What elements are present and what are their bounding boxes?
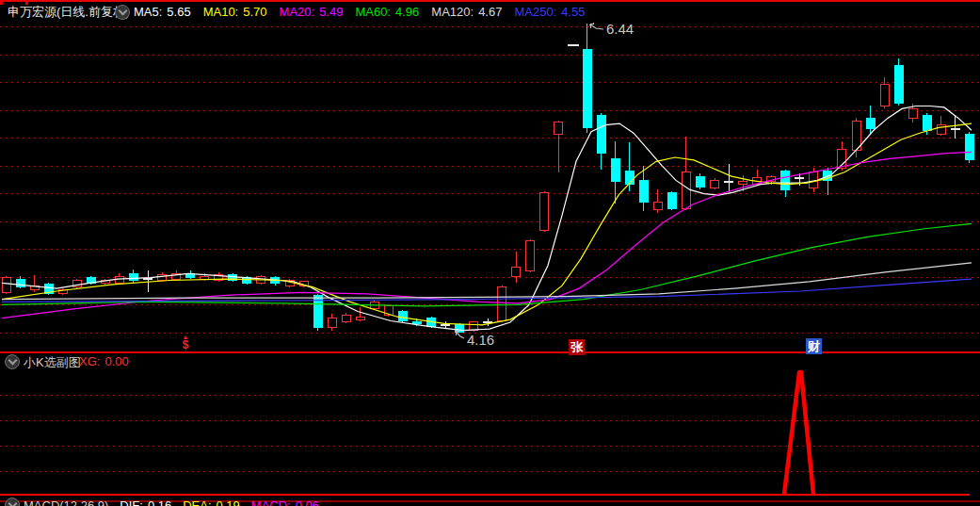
bear-candle-body <box>129 273 137 280</box>
dollar-icon: $ <box>183 340 189 351</box>
dif-readout: DIF:0.16 <box>120 498 171 506</box>
bull-candle-body <box>342 316 350 322</box>
ma250-legend: MA250:4.55 <box>514 5 585 19</box>
macd-value-readout: MACD:0.06 <box>251 498 319 506</box>
bull-candle-body <box>2 278 10 293</box>
price-pointer-line <box>590 24 603 29</box>
ma-legend: MA5:5.65 MA10:5.70 MA20:5.49 MA60:4.96 M… <box>134 5 586 19</box>
sub-indicator-title: 小K选副图 <box>24 354 81 371</box>
ma-line-ma60 <box>2 223 972 305</box>
macd-readout: MACD(12,26,9) DIF:0.16 DEA:0.19 MACD:0.0… <box>24 498 319 506</box>
low-price-label: 4.16 <box>467 332 494 348</box>
bull-candle-body <box>512 267 521 276</box>
buy-signal-marker: ▲ $ <box>179 335 192 351</box>
collapse-chevron-icon[interactable] <box>115 5 130 20</box>
stock-title: 申万宏源(日线.前复权) <box>8 4 129 21</box>
ma-line-ma10 <box>2 123 972 325</box>
bull-candle-body <box>908 108 917 118</box>
bear-candle-body <box>597 116 605 154</box>
xg-signal-spike <box>784 372 813 495</box>
bear-candle-body <box>412 322 421 323</box>
bull-candle-body <box>356 317 364 319</box>
cai-seal-marker: 财 <box>806 338 822 354</box>
window-top-border <box>0 0 980 2</box>
bull-candle-body <box>328 318 336 328</box>
bear-candle-body <box>781 171 790 189</box>
collapse-chevron-icon[interactable] <box>5 498 20 506</box>
xg-indicator-readout: XG:0.00 <box>79 354 129 368</box>
ma10-legend: MA10:5.70 <box>203 5 267 19</box>
sub-indicator-header: 小K选副图 XG:0.00 <box>0 354 980 369</box>
collapse-chevron-icon[interactable] <box>5 354 20 369</box>
bear-candle-body <box>583 49 591 127</box>
macd-indicator-header: MACD(12,26,9) DIF:0.16 DEA:0.19 MACD:0.0… <box>0 497 980 506</box>
bull-candle-body <box>526 241 535 271</box>
bear-candle-body <box>398 311 407 320</box>
bear-candle-body <box>625 171 634 184</box>
chevron-down-icon <box>8 356 17 366</box>
bull-candle-body <box>201 276 209 279</box>
dea-readout: DEA:0.19 <box>183 498 240 506</box>
bear-candle-body <box>923 116 931 131</box>
zhang-seal-marker: 张 <box>569 339 585 355</box>
ma5-legend: MA5:5.65 <box>134 5 191 19</box>
bear-candle-body <box>639 180 648 202</box>
price-pointer-arrowhead <box>590 24 594 24</box>
ma20-legend: MA20:5.49 <box>280 5 344 19</box>
bull-candle-body <box>498 287 506 321</box>
bull-candle-body <box>739 182 747 185</box>
bear-candle-body <box>866 118 875 128</box>
bear-candle-body <box>965 135 973 160</box>
ma60-legend: MA60:4.96 <box>355 5 419 19</box>
stock-chart-window: 申万宏源(日线.前复权) MA5:5.65 MA10:5.70 MA20:5.4… <box>0 0 980 506</box>
candlestick-chart-canvas[interactable] <box>0 0 980 506</box>
bear-candle-body <box>696 176 704 187</box>
bear-candle-body <box>16 279 24 287</box>
bull-candle-body <box>540 192 549 230</box>
bull-candle-body <box>682 172 690 209</box>
bull-candle-body <box>554 122 563 135</box>
bull-candle-body <box>653 202 662 210</box>
chevron-down-icon <box>118 7 127 16</box>
bear-candle-body <box>667 192 676 208</box>
bull-candle-body <box>880 85 889 106</box>
bear-candle-body <box>611 158 619 181</box>
macd-title: MACD(12,26,9) <box>24 498 108 506</box>
bull-candle-body <box>711 180 719 188</box>
ma120-legend: MA120:4.67 <box>431 5 502 19</box>
window-top-tick <box>0 0 3 5</box>
bear-candle-body <box>894 65 903 103</box>
chevron-down-icon <box>8 499 17 506</box>
high-price-label: 6.44 <box>606 21 634 37</box>
